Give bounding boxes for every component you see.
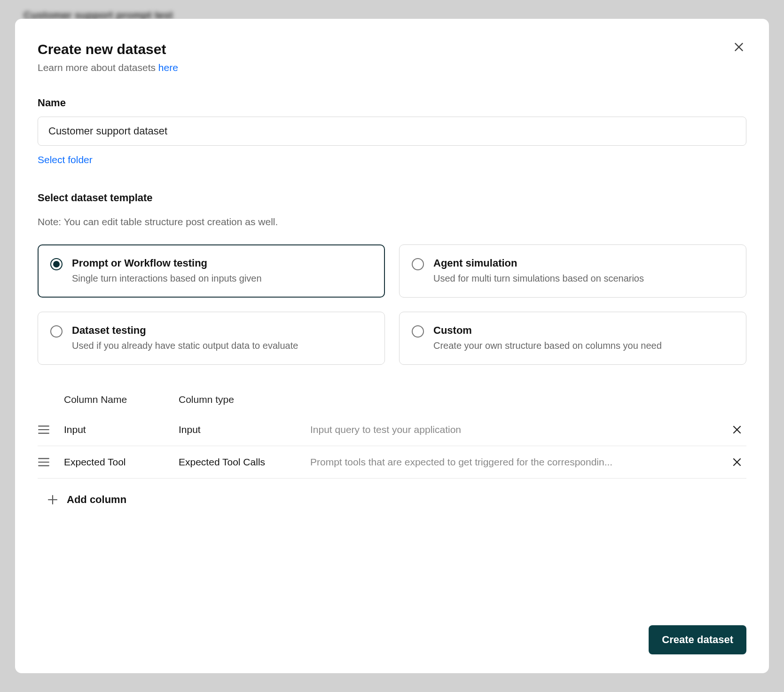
modal-subtitle-text: Learn more about datasets [38,62,158,73]
radio-icon [50,258,63,270]
template-section-note: Note: You can edit table structure post … [38,216,746,228]
template-label: Custom [433,324,734,337]
modal-title: Create new dataset [38,41,178,57]
radio-icon [412,325,424,338]
template-section: Select dataset template Note: You can ed… [38,192,746,365]
template-grid: Prompt or Workflow testing Single turn i… [38,244,746,365]
column-name: Input [64,424,179,435]
plus-icon [47,494,58,505]
template-text: Dataset testing Used if you already have… [72,324,372,352]
template-text: Prompt or Workflow testing Single turn i… [72,257,372,285]
name-field-group: Name Select folder [38,97,746,165]
dataset-name-input[interactable] [38,117,746,146]
name-label: Name [38,97,746,109]
column-header-type: Column type [179,394,310,405]
columns-header: Column Name Column type [38,388,746,414]
template-text: Custom Create your own structure based o… [433,324,734,352]
column-type: Input [179,424,310,435]
remove-column-button[interactable] [728,424,746,435]
remove-column-button[interactable] [728,456,746,468]
template-section-title: Select dataset template [38,192,746,204]
modal-titles: Create new dataset Learn more about data… [38,41,178,73]
drag-icon [38,425,50,435]
column-desc: Prompt tools that are expected to get tr… [310,456,728,468]
template-desc: Used if you already have static output d… [72,339,372,352]
modal-footer: Create dataset [38,611,746,654]
columns-area: Column Name Column type Input Input Inpu… [38,388,746,507]
template-option-prompt-workflow[interactable]: Prompt or Workflow testing Single turn i… [38,244,385,298]
column-row: Expected Tool Expected Tool Calls Prompt… [38,446,746,479]
close-icon [733,41,745,53]
add-column-label: Add column [67,494,126,506]
column-type: Expected Tool Calls [179,456,310,468]
column-header-name: Column Name [38,394,179,405]
add-column-button[interactable]: Add column [47,494,126,506]
select-folder-link[interactable]: Select folder [38,154,93,165]
drag-handle[interactable] [38,425,64,435]
learn-more-link[interactable]: here [158,62,178,73]
modal-subtitle: Learn more about datasets here [38,62,178,73]
create-dataset-button[interactable]: Create dataset [649,625,746,654]
column-desc: Input query to test your application [310,424,728,435]
close-icon [731,456,743,468]
drag-handle[interactable] [38,457,64,467]
drag-icon [38,457,50,467]
template-label: Prompt or Workflow testing [72,257,372,269]
template-desc: Single turn interactions based on inputs… [72,272,372,285]
modal-header: Create new dataset Learn more about data… [38,41,746,73]
template-option-dataset-testing[interactable]: Dataset testing Used if you already have… [38,312,385,365]
template-option-agent-simulation[interactable]: Agent simulation Used for multi turn sim… [399,244,746,298]
column-row: Input Input Input query to test your app… [38,414,746,446]
template-text: Agent simulation Used for multi turn sim… [433,257,734,285]
close-button[interactable] [731,39,746,55]
close-icon [731,424,743,435]
template-desc: Used for multi turn simulations based on… [433,272,734,285]
radio-icon [50,325,63,338]
template-label: Agent simulation [433,257,734,269]
create-dataset-modal: Create new dataset Learn more about data… [15,19,769,673]
template-option-custom[interactable]: Custom Create your own structure based o… [399,312,746,365]
radio-icon [412,258,424,270]
column-name: Expected Tool [64,456,179,468]
template-desc: Create your own structure based on colum… [433,339,734,352]
template-label: Dataset testing [72,324,372,337]
